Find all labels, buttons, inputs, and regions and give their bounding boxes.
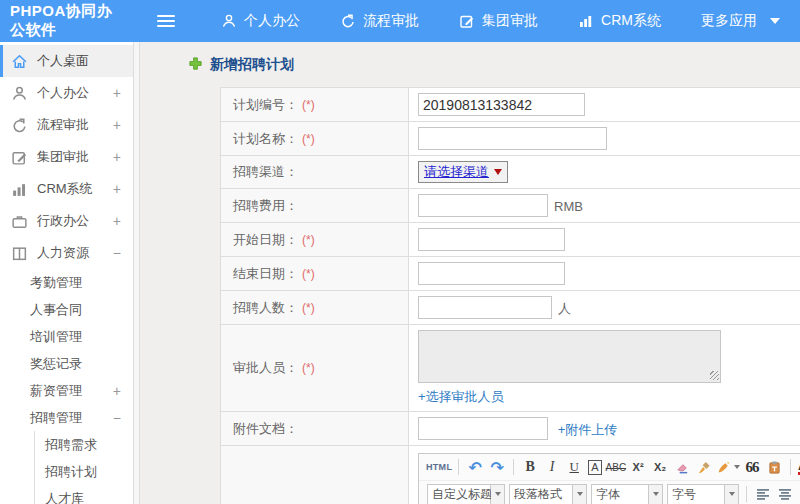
- strikethrough-button[interactable]: ABC: [606, 457, 627, 478]
- sidebar-item-recruit-mgmt[interactable]: 招聘管理 −: [0, 404, 133, 431]
- dropdown-caret-icon: [649, 484, 663, 504]
- field-label: 开始日期：: [233, 232, 298, 247]
- plan-name-input[interactable]: [418, 127, 607, 150]
- nav-process-approval[interactable]: 流程审批: [320, 12, 439, 30]
- attachment-input[interactable]: [418, 417, 548, 440]
- sidebar-item-rewards[interactable]: 奖惩记录: [0, 350, 133, 377]
- font-family-dropdown[interactable]: 字体: [591, 484, 663, 504]
- sidebar-item-training[interactable]: 培训管理: [0, 323, 133, 350]
- table-row: 开始日期：(*): [221, 223, 800, 257]
- paste-icon[interactable]: [764, 457, 784, 478]
- expand-icon[interactable]: +: [113, 85, 121, 101]
- choose-approver-link[interactable]: +选择审批人员: [418, 388, 800, 406]
- end-date-input[interactable]: [418, 262, 565, 285]
- headcount-input[interactable]: [418, 296, 552, 319]
- redo-icon[interactable]: ↷: [487, 457, 507, 478]
- hr-submenu: 考勤管理 人事合同 培训管理 奖惩记录 薪资管理 + 招聘管理 −: [0, 269, 133, 504]
- bar-chart-icon: [11, 181, 28, 198]
- field-label: 结束日期：: [233, 266, 298, 281]
- sidebar-item-talent-pool[interactable]: 人才库: [35, 485, 133, 504]
- expand-icon[interactable]: +: [113, 383, 121, 399]
- table-row: 计划名称：(*): [221, 122, 800, 156]
- align-left-icon[interactable]: [753, 484, 773, 504]
- editor-toolbar-row1: HTML ↶ ↷ B I U A ABC X²: [419, 454, 800, 481]
- sidebar-item-crm[interactable]: CRM系统 +: [0, 173, 133, 205]
- select-caret-icon: [494, 169, 502, 175]
- dropdown-caret-icon: [725, 484, 739, 504]
- expand-icon[interactable]: +: [113, 117, 121, 133]
- dropdown-caret-icon: [734, 465, 740, 469]
- superscript-button[interactable]: X²: [628, 457, 648, 478]
- start-date-input[interactable]: [418, 228, 565, 251]
- attachment-upload-link[interactable]: +附件上传: [558, 422, 618, 437]
- sidebar-item-recruit-demand[interactable]: 招聘需求: [35, 431, 133, 458]
- bar-chart-icon: [578, 13, 594, 29]
- sidebar-item-recruit-plan[interactable]: 招聘计划: [35, 458, 133, 485]
- nav-group-approval[interactable]: 集团审批: [439, 12, 558, 30]
- sidebar-item-salary[interactable]: 薪资管理 +: [0, 377, 133, 404]
- underline-button[interactable]: U: [564, 457, 584, 478]
- required-mark: (*): [302, 98, 315, 112]
- required-mark: (*): [302, 132, 315, 146]
- sidebar-item-personal-office[interactable]: 个人办公 +: [0, 77, 133, 109]
- expand-icon[interactable]: +: [113, 181, 121, 197]
- plan-number-input[interactable]: [418, 93, 585, 116]
- channel-select[interactable]: 请选择渠道: [418, 161, 508, 183]
- sidebar-item-hr-contract[interactable]: 人事合同: [0, 296, 133, 323]
- editor-toolbar-row2: 自定义标题 段落格式 字体: [419, 481, 800, 504]
- sidebar-item-attendance[interactable]: 考勤管理: [0, 269, 133, 296]
- subscript-button[interactable]: X₂: [650, 457, 670, 478]
- field-label: 审批人员：: [233, 360, 298, 375]
- nav-more-apps[interactable]: 更多应用: [681, 12, 800, 30]
- home-icon: [11, 53, 28, 70]
- undo-icon[interactable]: ↶: [465, 457, 485, 478]
- table-row: 招聘费用： RMB: [221, 189, 800, 223]
- fee-unit: RMB: [554, 199, 583, 214]
- sidebar-item-admin-office[interactable]: 行政办公 +: [0, 205, 133, 237]
- page-title: 新增招聘计划: [188, 56, 800, 74]
- chevron-down-icon: [770, 18, 780, 24]
- required-mark: (*): [302, 267, 315, 281]
- clean-format-icon[interactable]: [694, 457, 714, 478]
- plus-icon: [188, 56, 203, 74]
- sidebar-item-hr[interactable]: 人力资源 −: [0, 237, 133, 269]
- menu-toggle-icon[interactable]: [157, 12, 175, 30]
- collapse-icon[interactable]: −: [113, 245, 121, 261]
- bold-button[interactable]: B: [520, 457, 540, 478]
- nav-personal-office[interactable]: 个人办公: [201, 12, 320, 30]
- expand-icon[interactable]: +: [113, 149, 121, 165]
- sidebar-item-process-approval[interactable]: 流程审批 +: [0, 109, 133, 141]
- font-size-dropdown[interactable]: 字号: [667, 484, 739, 504]
- process-icon: [340, 13, 356, 29]
- format-painter-icon[interactable]: [716, 457, 740, 478]
- recruit-submenu: 招聘需求 招聘计划 人才库: [34, 431, 133, 504]
- book-icon: [11, 245, 28, 262]
- align-center-icon[interactable]: [775, 484, 795, 504]
- autoformat-button[interactable]: A: [588, 460, 601, 475]
- sidebar-item-group-approval[interactable]: 集团审批 +: [0, 141, 133, 173]
- nav-label: 个人办公: [244, 12, 300, 30]
- html-source-button[interactable]: HTML: [426, 457, 452, 478]
- recruit-plan-form: 计划编号：(*) 计划名称：(*) 招聘渠道：: [220, 87, 800, 504]
- field-label: 招聘渠道：: [233, 164, 298, 179]
- field-label: 计划名称：: [233, 131, 298, 146]
- expand-icon[interactable]: +: [113, 213, 121, 229]
- fee-input[interactable]: [418, 194, 548, 217]
- table-row: 附件文档： +附件上传: [221, 412, 800, 446]
- italic-button[interactable]: I: [542, 457, 562, 478]
- blockquote-button[interactable]: 66: [742, 457, 762, 478]
- eraser-icon[interactable]: [672, 457, 692, 478]
- resize-grip-icon[interactable]: [710, 371, 719, 380]
- required-mark: (*): [302, 361, 315, 375]
- custom-title-dropdown[interactable]: 自定义标题: [427, 484, 505, 504]
- app-header: PHPOA协同办公软件 个人办公 流程审批 集团审批 CRM系统: [0, 0, 800, 42]
- approver-textarea[interactable]: [418, 330, 721, 383]
- sidebar-scrollbar[interactable]: [133, 42, 140, 504]
- sidebar-item-desktop[interactable]: 个人桌面: [0, 45, 133, 77]
- collapse-icon[interactable]: −: [113, 410, 121, 426]
- field-label: 附件文档：: [233, 421, 298, 436]
- nav-label: 更多应用: [701, 12, 757, 30]
- paragraph-format-dropdown[interactable]: 段落格式: [509, 484, 587, 504]
- nav-crm-system[interactable]: CRM系统: [558, 12, 681, 30]
- process-icon: [11, 117, 28, 134]
